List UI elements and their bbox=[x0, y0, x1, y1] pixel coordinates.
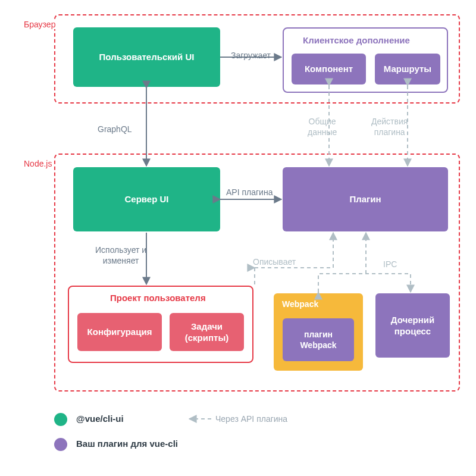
tasks-text: Задачи (скрипты) bbox=[185, 321, 228, 344]
tasks-box: Задачи (скрипты) bbox=[170, 313, 244, 351]
webpack-plugin-text: плагин Webpack bbox=[300, 329, 336, 350]
api-plugin-label: API плагина bbox=[226, 187, 273, 198]
webpack-text: Webpack bbox=[282, 299, 318, 309]
graphql-label: GraphQL bbox=[98, 124, 132, 135]
plugin-box: Плагин bbox=[283, 167, 448, 231]
legend-via-api: Через API плагина bbox=[215, 414, 287, 424]
plugin-actions-label: Действия плагина bbox=[371, 117, 408, 137]
server-ui-box: Сервер UI bbox=[73, 167, 220, 231]
plugin-text: Плагин bbox=[349, 193, 381, 205]
ipc-label: IPC bbox=[383, 259, 397, 270]
shared-data-label: Общие данные bbox=[308, 117, 337, 137]
legend-cli-ui: @vue/cli-ui bbox=[76, 414, 124, 424]
routes-box: Маршруты bbox=[375, 54, 440, 84]
uses-changes-label: Использует и изменяет bbox=[95, 245, 146, 266]
describes-label: Описывает bbox=[253, 257, 296, 268]
configuration-text: Конфигурация bbox=[87, 326, 152, 338]
legend-green-circle bbox=[54, 413, 67, 426]
server-ui-text: Сервер UI bbox=[124, 193, 168, 205]
browser-label: Браузер bbox=[21, 20, 58, 29]
user-project-title: Проект пользователя bbox=[110, 293, 206, 303]
user-ui-text: Пользовательский UI bbox=[99, 51, 195, 63]
loads-label: Загружает bbox=[231, 51, 271, 61]
routes-text: Маршруты bbox=[384, 63, 431, 75]
child-process-text: Дочерний процесс bbox=[391, 314, 434, 337]
component-box: Компонент bbox=[292, 54, 366, 84]
component-text: Компонент bbox=[305, 63, 353, 75]
webpack-plugin-box: плагин Webpack bbox=[283, 318, 354, 361]
configuration-box: Конфигурация bbox=[77, 313, 162, 351]
user-ui-box: Пользовательский UI bbox=[73, 27, 220, 87]
child-process-box: Дочерний процесс bbox=[375, 293, 450, 358]
legend-purple-circle bbox=[54, 438, 67, 451]
legend-your-plugin: Ваш плагин для vue-cli bbox=[76, 439, 178, 449]
node-label: Node.js bbox=[21, 159, 54, 168]
client-extension-title: Клиентское дополнение bbox=[303, 35, 410, 45]
